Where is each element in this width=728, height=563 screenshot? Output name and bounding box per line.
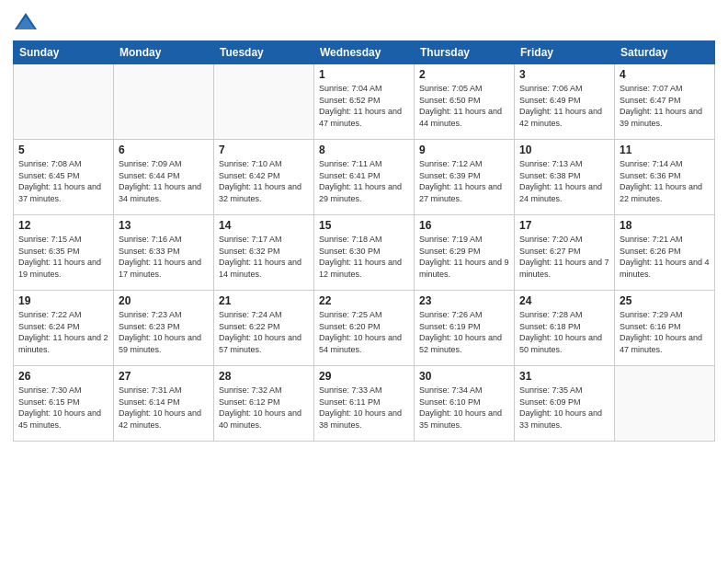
day-header-saturday: Saturday: [615, 41, 715, 64]
calendar-cell: 2Sunrise: 7:05 AM Sunset: 6:50 PM Daylig…: [415, 64, 515, 140]
day-info: Sunrise: 7:34 AM Sunset: 6:10 PM Dayligh…: [419, 385, 509, 431]
day-number: 25: [620, 294, 710, 307]
day-number: 6: [119, 144, 209, 156]
day-info: Sunrise: 7:32 AM Sunset: 6:12 PM Dayligh…: [219, 385, 309, 431]
day-info: Sunrise: 7:35 AM Sunset: 6:09 PM Dayligh…: [519, 385, 609, 431]
day-number: 28: [219, 370, 309, 383]
calendar-cell: 19Sunrise: 7:22 AM Sunset: 6:24 PM Dayli…: [14, 291, 114, 366]
day-number: 22: [319, 294, 409, 307]
day-number: 10: [519, 144, 609, 156]
day-info: Sunrise: 7:06 AM Sunset: 6:49 PM Dayligh…: [519, 83, 609, 129]
calendar-cell: 7Sunrise: 7:10 AM Sunset: 6:42 PM Daylig…: [214, 140, 314, 215]
day-number: 19: [18, 294, 108, 307]
week-row-0: 1Sunrise: 7:04 AM Sunset: 6:52 PM Daylig…: [14, 64, 715, 140]
calendar-cell: [14, 64, 114, 140]
day-number: 27: [119, 370, 209, 383]
day-number: 18: [620, 219, 710, 232]
calendar-cell: 15Sunrise: 7:18 AM Sunset: 6:30 PM Dayli…: [314, 215, 415, 291]
calendar-cell: 18Sunrise: 7:21 AM Sunset: 6:26 PM Dayli…: [615, 215, 715, 291]
day-info: Sunrise: 7:24 AM Sunset: 6:22 PM Dayligh…: [219, 309, 309, 355]
calendar-cell: 11Sunrise: 7:14 AM Sunset: 6:36 PM Dayli…: [615, 140, 715, 215]
week-row-4: 26Sunrise: 7:30 AM Sunset: 6:15 PM Dayli…: [14, 366, 715, 442]
logo-icon: [13, 9, 39, 35]
day-info: Sunrise: 7:11 AM Sunset: 6:41 PM Dayligh…: [319, 158, 409, 204]
calendar-cell: 16Sunrise: 7:19 AM Sunset: 6:29 PM Dayli…: [415, 215, 515, 291]
calendar-cell: 9Sunrise: 7:12 AM Sunset: 6:39 PM Daylig…: [415, 140, 515, 215]
day-number: 13: [119, 219, 209, 232]
calendar-cell: 14Sunrise: 7:17 AM Sunset: 6:32 PM Dayli…: [214, 215, 314, 291]
day-info: Sunrise: 7:17 AM Sunset: 6:32 PM Dayligh…: [219, 234, 309, 280]
calendar-body: 1Sunrise: 7:04 AM Sunset: 6:52 PM Daylig…: [14, 64, 715, 442]
day-number: 9: [419, 144, 509, 156]
day-info: Sunrise: 7:23 AM Sunset: 6:23 PM Dayligh…: [119, 309, 209, 355]
day-number: 24: [519, 294, 609, 307]
day-info: Sunrise: 7:14 AM Sunset: 6:36 PM Dayligh…: [620, 158, 710, 204]
day-info: Sunrise: 7:09 AM Sunset: 6:44 PM Dayligh…: [119, 158, 209, 204]
day-info: Sunrise: 7:30 AM Sunset: 6:15 PM Dayligh…: [18, 385, 108, 431]
day-number: 23: [419, 294, 509, 307]
day-info: Sunrise: 7:13 AM Sunset: 6:38 PM Dayligh…: [519, 158, 609, 204]
calendar-cell: 17Sunrise: 7:20 AM Sunset: 6:27 PM Dayli…: [515, 215, 615, 291]
calendar-cell: 27Sunrise: 7:31 AM Sunset: 6:14 PM Dayli…: [114, 366, 214, 442]
day-number: 1: [319, 68, 409, 81]
header: [13, 9, 715, 35]
day-info: Sunrise: 7:10 AM Sunset: 6:42 PM Dayligh…: [219, 158, 309, 204]
calendar-cell: 26Sunrise: 7:30 AM Sunset: 6:15 PM Dayli…: [14, 366, 114, 442]
day-header-wednesday: Wednesday: [314, 41, 415, 64]
day-info: Sunrise: 7:16 AM Sunset: 6:33 PM Dayligh…: [119, 234, 209, 280]
day-info: Sunrise: 7:33 AM Sunset: 6:11 PM Dayligh…: [319, 385, 409, 431]
week-row-1: 5Sunrise: 7:08 AM Sunset: 6:45 PM Daylig…: [14, 140, 715, 215]
calendar-cell: 8Sunrise: 7:11 AM Sunset: 6:41 PM Daylig…: [314, 140, 415, 215]
day-number: 20: [119, 294, 209, 307]
day-info: Sunrise: 7:04 AM Sunset: 6:52 PM Dayligh…: [319, 83, 409, 129]
day-number: 14: [219, 219, 309, 232]
day-info: Sunrise: 7:19 AM Sunset: 6:29 PM Dayligh…: [419, 234, 509, 280]
header-row: SundayMondayTuesdayWednesdayThursdayFrid…: [14, 41, 715, 64]
day-info: Sunrise: 7:29 AM Sunset: 6:16 PM Dayligh…: [620, 309, 710, 355]
calendar-cell: 3Sunrise: 7:06 AM Sunset: 6:49 PM Daylig…: [515, 64, 615, 140]
day-number: 12: [18, 219, 108, 232]
day-number: 29: [319, 370, 409, 383]
day-number: 2: [419, 68, 509, 81]
day-info: Sunrise: 7:12 AM Sunset: 6:39 PM Dayligh…: [419, 158, 509, 204]
day-header-tuesday: Tuesday: [214, 41, 314, 64]
calendar-cell: 24Sunrise: 7:28 AM Sunset: 6:18 PM Dayli…: [515, 291, 615, 366]
calendar-cell: 13Sunrise: 7:16 AM Sunset: 6:33 PM Dayli…: [114, 215, 214, 291]
day-info: Sunrise: 7:21 AM Sunset: 6:26 PM Dayligh…: [620, 234, 710, 280]
calendar-cell: 22Sunrise: 7:25 AM Sunset: 6:20 PM Dayli…: [314, 291, 415, 366]
day-info: Sunrise: 7:26 AM Sunset: 6:19 PM Dayligh…: [419, 309, 509, 355]
day-number: 3: [519, 68, 609, 81]
day-number: 17: [519, 219, 609, 232]
day-info: Sunrise: 7:22 AM Sunset: 6:24 PM Dayligh…: [18, 309, 108, 355]
calendar-table: SundayMondayTuesdayWednesdayThursdayFrid…: [13, 40, 715, 442]
day-header-monday: Monday: [114, 41, 214, 64]
week-row-3: 19Sunrise: 7:22 AM Sunset: 6:24 PM Dayli…: [14, 291, 715, 366]
calendar-cell: 5Sunrise: 7:08 AM Sunset: 6:45 PM Daylig…: [14, 140, 114, 215]
day-header-sunday: Sunday: [14, 41, 114, 64]
day-info: Sunrise: 7:20 AM Sunset: 6:27 PM Dayligh…: [519, 234, 609, 280]
day-number: 4: [620, 68, 710, 81]
calendar-cell: [214, 64, 314, 140]
calendar-cell: 21Sunrise: 7:24 AM Sunset: 6:22 PM Dayli…: [214, 291, 314, 366]
calendar-cell: 31Sunrise: 7:35 AM Sunset: 6:09 PM Dayli…: [515, 366, 615, 442]
day-number: 15: [319, 219, 409, 232]
day-number: 26: [18, 370, 108, 383]
calendar-cell: 1Sunrise: 7:04 AM Sunset: 6:52 PM Daylig…: [314, 64, 415, 140]
calendar-cell: 4Sunrise: 7:07 AM Sunset: 6:47 PM Daylig…: [615, 64, 715, 140]
day-info: Sunrise: 7:18 AM Sunset: 6:30 PM Dayligh…: [319, 234, 409, 280]
calendar-cell: 28Sunrise: 7:32 AM Sunset: 6:12 PM Dayli…: [214, 366, 314, 442]
week-row-2: 12Sunrise: 7:15 AM Sunset: 6:35 PM Dayli…: [14, 215, 715, 291]
day-number: 8: [319, 144, 409, 156]
day-info: Sunrise: 7:07 AM Sunset: 6:47 PM Dayligh…: [620, 83, 710, 129]
calendar-cell: [114, 64, 214, 140]
day-number: 5: [18, 144, 108, 156]
day-info: Sunrise: 7:25 AM Sunset: 6:20 PM Dayligh…: [319, 309, 409, 355]
day-info: Sunrise: 7:08 AM Sunset: 6:45 PM Dayligh…: [18, 158, 108, 204]
day-info: Sunrise: 7:15 AM Sunset: 6:35 PM Dayligh…: [18, 234, 108, 280]
day-number: 7: [219, 144, 309, 156]
calendar-cell: 25Sunrise: 7:29 AM Sunset: 6:16 PM Dayli…: [615, 291, 715, 366]
day-info: Sunrise: 7:05 AM Sunset: 6:50 PM Dayligh…: [419, 83, 509, 129]
calendar-header: SundayMondayTuesdayWednesdayThursdayFrid…: [14, 41, 715, 64]
calendar-cell: 30Sunrise: 7:34 AM Sunset: 6:10 PM Dayli…: [415, 366, 515, 442]
calendar-cell: 12Sunrise: 7:15 AM Sunset: 6:35 PM Dayli…: [14, 215, 114, 291]
